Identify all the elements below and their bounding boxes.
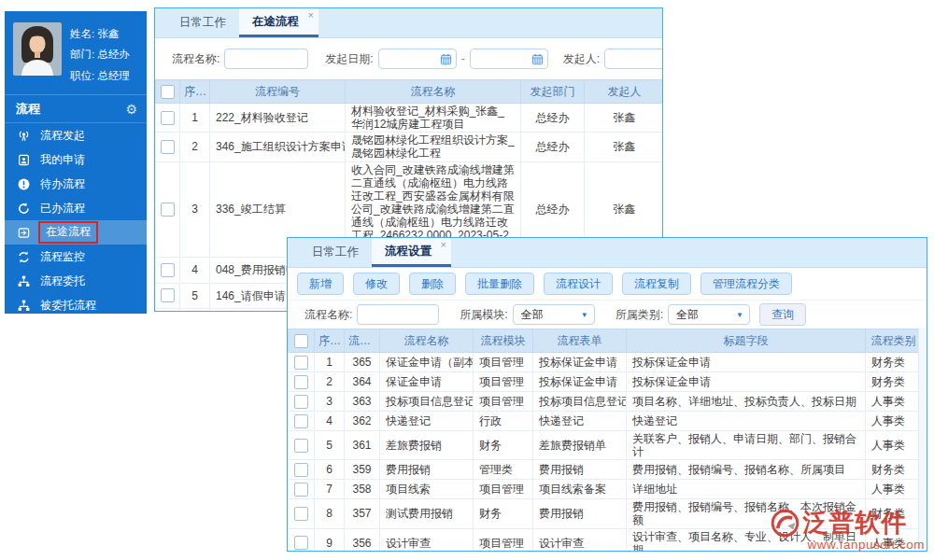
flow-name-input[interactable] bbox=[357, 304, 439, 325]
checkbox[interactable] bbox=[294, 414, 308, 428]
window1-tab[interactable]: 在途流程× bbox=[239, 8, 318, 37]
manage-flow-category-button[interactable]: 管理流程分类 bbox=[700, 273, 792, 295]
column-header[interactable]: 流程编号 bbox=[210, 80, 346, 104]
cell-name: 项目线索 bbox=[380, 480, 474, 499]
column-header[interactable]: 流程名称 bbox=[380, 329, 474, 353]
checkbox[interactable] bbox=[294, 395, 308, 409]
checkbox-cell bbox=[156, 283, 180, 308]
delete-button[interactable]: 删除 bbox=[409, 273, 456, 295]
window1-tab[interactable]: 日常工作 bbox=[166, 8, 239, 37]
sync-icon bbox=[17, 250, 31, 264]
table-row[interactable]: 5361差旅费报销财务差旅费报销单关联客户、报销人、申请日期、部门、报销合计人事… bbox=[289, 431, 922, 460]
cell-no: 6 bbox=[315, 460, 345, 480]
calendar-icon[interactable] bbox=[440, 53, 452, 65]
cell-no: 2 bbox=[180, 133, 210, 161]
cell-no: 7 bbox=[315, 480, 345, 499]
column-header[interactable]: 序号 bbox=[180, 80, 210, 104]
table-row[interactable]: 3363投标项目信息登记项目管理投标项目信息登记项目名称、详细地址、投标负责人、… bbox=[289, 392, 922, 412]
gear-icon[interactable]: ⚙ bbox=[125, 102, 137, 117]
initiator-input[interactable] bbox=[604, 49, 663, 69]
checkbox-cell bbox=[289, 372, 315, 392]
close-icon[interactable]: × bbox=[308, 9, 314, 21]
cell-form: 快递登记 bbox=[533, 412, 627, 431]
sidebar-item-label: 流程发起 bbox=[40, 128, 85, 144]
sidebar-item-delegated-flows[interactable]: 被委托流程 bbox=[5, 293, 147, 317]
column-header[interactable]: 序号 bbox=[315, 329, 345, 353]
add-button[interactable]: 新增 bbox=[297, 273, 344, 295]
query-button[interactable]: 查询 bbox=[759, 303, 806, 326]
column-header[interactable]: 标题字段 bbox=[627, 329, 866, 353]
batch-delete-button[interactable]: 批量删除 bbox=[465, 273, 534, 295]
cell-name: 设计审查 bbox=[380, 528, 474, 552]
column-header[interactable]: 流程表单 bbox=[533, 329, 627, 353]
table-row[interactable]: 1222_材料验收登记材料验收登记_材料采购_张鑫_华润12城房建工程项目总经办… bbox=[156, 104, 664, 133]
checkbox[interactable] bbox=[294, 334, 308, 348]
table-row[interactable]: 7358项目线索项目管理项目线索备案详细地址人事类 bbox=[289, 480, 922, 499]
category-select[interactable]: 全部 ▼ bbox=[668, 304, 750, 325]
cell-code: 358 bbox=[345, 480, 380, 499]
checkbox[interactable] bbox=[161, 140, 175, 154]
checkbox-cell bbox=[156, 308, 180, 312]
sidebar-item-flow-delegate[interactable]: 流程委托 bbox=[5, 269, 147, 293]
cell-no: 3 bbox=[315, 392, 345, 412]
window2-tab[interactable]: 日常工作 bbox=[299, 238, 372, 267]
checkbox-cell bbox=[289, 528, 315, 552]
cell-form: 投标项目信息登记 bbox=[533, 392, 627, 412]
sidebar-item-my-applications[interactable]: 我的申请 bbox=[5, 147, 147, 172]
module-select[interactable]: 全部 ▼ bbox=[513, 304, 595, 325]
sidebar-item-label: 待办流程 bbox=[40, 176, 85, 192]
cell-no: 8 bbox=[315, 499, 345, 528]
checkbox[interactable] bbox=[294, 439, 308, 453]
checkbox[interactable] bbox=[294, 483, 308, 497]
table-row[interactable]: 2364保证金申请项目管理投标保证金申请投标保证金申请财务类 bbox=[289, 372, 922, 392]
user-dept: 部门: 总经办 bbox=[70, 44, 130, 64]
checkbox[interactable] bbox=[161, 203, 175, 217]
checkbox[interactable] bbox=[294, 463, 308, 477]
window2-filters: 流程名称: 所属模块: 全部 ▼ 所属类别: 全部 ▼ 查询 bbox=[288, 301, 927, 329]
flow-copy-button[interactable]: 流程复制 bbox=[622, 273, 691, 295]
window2-toolbar: 新增修改删除批量删除流程设计流程复制管理流程分类 bbox=[288, 268, 927, 301]
close-icon[interactable]: × bbox=[441, 239, 446, 250]
table-row[interactable]: 4362快递登记行政快递登记快递登记人事类 bbox=[289, 412, 922, 431]
table-row[interactable]: 6359费用报销管理类费用报销费用报销、报销编号、报销名称、所属项目财务类 bbox=[289, 460, 922, 480]
column-header[interactable]: 发起部门 bbox=[521, 80, 585, 104]
table-row[interactable]: 1365保证金申请（副本）项目管理投标保证金申请投标保证金申请财务类 bbox=[289, 353, 922, 372]
column-header[interactable]: 流程名称 bbox=[346, 80, 521, 104]
cell-no: 1 bbox=[315, 353, 345, 372]
cell-category: 人事类 bbox=[866, 480, 922, 499]
sidebar-item-in-transit-flows[interactable]: 在途流程 bbox=[5, 220, 147, 245]
checkbox[interactable] bbox=[161, 263, 175, 277]
flow-name-input[interactable] bbox=[224, 49, 308, 69]
checkbox[interactable] bbox=[161, 85, 175, 99]
calendar-icon[interactable] bbox=[531, 53, 544, 65]
checkbox[interactable] bbox=[294, 356, 308, 370]
cell-code: 364 bbox=[345, 372, 380, 392]
sidebar-item-label: 被委托流程 bbox=[40, 298, 96, 314]
table-row[interactable]: 2346_施工组织设计方案申请晟铭园林绿化工程组织设计方案_晟铭园林绿化工程总经… bbox=[156, 133, 664, 161]
column-header[interactable]: 流程模块 bbox=[474, 329, 533, 353]
sidebar-item-todo-flows[interactable]: 待办流程 bbox=[5, 172, 147, 196]
column-header[interactable]: 发起人 bbox=[585, 80, 664, 104]
checkbox-cell bbox=[156, 161, 180, 257]
cell-code: 362 bbox=[345, 412, 380, 431]
sidebar-item-initiate[interactable]: 流程发起 bbox=[5, 123, 147, 147]
broadcast-icon bbox=[17, 129, 31, 143]
checkbox[interactable] bbox=[294, 375, 308, 389]
cell-form: 投标保证金申请 bbox=[533, 372, 627, 392]
sidebar-item-label: 流程委托 bbox=[40, 273, 85, 289]
column-header[interactable]: 流程类别 bbox=[866, 329, 922, 353]
checkbox[interactable] bbox=[161, 288, 175, 302]
sidebar-item-label: 在途流程 bbox=[38, 221, 98, 244]
flow-design-button[interactable]: 流程设计 bbox=[544, 273, 613, 295]
checkbox[interactable] bbox=[161, 111, 175, 125]
edit-button[interactable]: 修改 bbox=[353, 273, 400, 295]
checkbox[interactable] bbox=[294, 536, 308, 550]
sidebar-item-flow-monitor[interactable]: 流程监控 bbox=[5, 245, 147, 269]
sidebar-item-done-flows[interactable]: 已办流程 bbox=[5, 196, 147, 220]
checkbox[interactable] bbox=[294, 507, 308, 521]
cell-code: 359 bbox=[345, 460, 380, 480]
window2-tab[interactable]: 流程设置× bbox=[372, 238, 451, 267]
checkbox-cell bbox=[156, 80, 180, 104]
column-header[interactable]: 流程... bbox=[345, 329, 380, 353]
cell-form: 项目线索备案 bbox=[533, 480, 627, 499]
